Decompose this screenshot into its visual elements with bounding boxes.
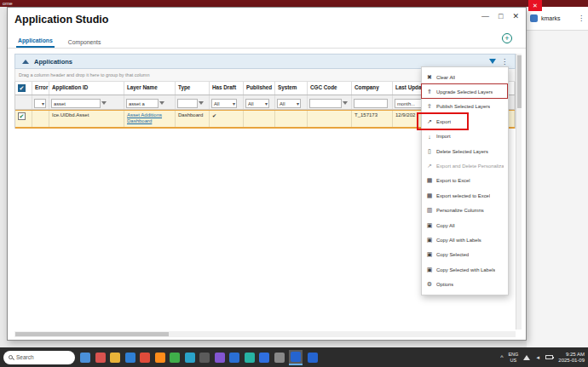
menu-item-clear-all[interactable]: ✖Clear All xyxy=(422,70,508,84)
taskbar-app-icon[interactable] xyxy=(125,353,135,363)
header-company[interactable]: Company xyxy=(352,82,393,95)
application-id-filter-input[interactable]: asset xyxy=(51,99,101,108)
network-icon[interactable] xyxy=(523,355,530,360)
vertical-scrollbar[interactable] xyxy=(516,54,522,330)
system-filter-dropdown[interactable]: All xyxy=(277,99,301,108)
menu-item-copy-selected-with-labels[interactable]: ▣Copy Selected with Labels xyxy=(422,262,508,277)
browser-close-button[interactable]: ✕ xyxy=(528,0,542,11)
taskbar-app-icon[interactable] xyxy=(170,353,180,363)
menu-item-publish-selected-layers[interactable]: ⇧Publish Selected Layers xyxy=(422,100,508,114)
collapse-chevron-icon[interactable] xyxy=(22,60,29,64)
has-draft-filter-dropdown[interactable]: All xyxy=(211,99,237,108)
filter-icon[interactable] xyxy=(489,59,496,64)
menu-item-copy-selected[interactable]: ▣Copy Selected xyxy=(422,248,508,262)
taskbar-search[interactable]: Search xyxy=(3,351,75,364)
horizontal-scrollbar-thumb[interactable] xyxy=(15,332,169,336)
copy-icon: ▣ xyxy=(426,267,433,273)
taskbar-app-icon[interactable] xyxy=(185,353,195,363)
cgc-code-filter-input[interactable] xyxy=(309,99,342,108)
taskbar-app-icon[interactable] xyxy=(308,353,318,363)
filter-layer-name: asset a xyxy=(124,95,176,109)
row-has-draft-cell: ✔ xyxy=(210,111,244,127)
taskbar-app-icon[interactable] xyxy=(215,353,225,363)
taskbar-app-icon[interactable] xyxy=(245,353,255,363)
row-company-cell: T_157173 xyxy=(352,111,393,127)
taskbar-app-icon[interactable] xyxy=(199,353,210,363)
menu-item-export-and-delete-personalization[interactable]: ↗Export and Delete Personalization xyxy=(422,158,508,173)
window-close-button[interactable]: ✕ xyxy=(512,12,519,20)
select-all-checkbox[interactable]: ✔ xyxy=(18,84,26,92)
taskbar: Search ^ ENG US ◄ xyxy=(0,347,588,367)
copy-icon: ▣ xyxy=(426,251,433,258)
header-application-id[interactable]: Application ID xyxy=(49,82,124,95)
taskbar-app-icon[interactable] xyxy=(80,353,90,363)
browser-menu-icon[interactable] xyxy=(578,14,585,22)
menu-item-copy-all[interactable]: ▣Copy All xyxy=(422,218,508,232)
browser-tab-title[interactable]: ome xyxy=(3,1,13,6)
filter-icon[interactable] xyxy=(101,101,107,105)
menu-item-export-selected-to-excel[interactable]: ▦Export selected to Excel xyxy=(422,188,508,203)
search-icon xyxy=(9,355,13,359)
taskbar-active-app[interactable] xyxy=(289,350,303,365)
header-system[interactable]: System xyxy=(275,82,308,95)
header-has-draft[interactable]: Has Draft xyxy=(210,82,244,95)
taskbar-app-icon[interactable] xyxy=(229,353,239,363)
grid-menu-icon[interactable] xyxy=(501,58,508,66)
export-delete-icon: ↗ xyxy=(426,163,433,169)
add-button[interactable]: + xyxy=(502,33,512,43)
taskbar-app-icon[interactable] xyxy=(155,353,165,363)
taskbar-app-icon[interactable] xyxy=(274,353,285,363)
layer-name-filter-input[interactable]: asset a xyxy=(126,99,159,108)
taskbar-app-icon[interactable] xyxy=(140,353,150,363)
menu-item-personalize-columns[interactable]: ▥Personalize Columns xyxy=(422,204,508,218)
company-filter-input[interactable] xyxy=(354,99,388,108)
bookmarks-label[interactable]: kmarks xyxy=(541,15,561,21)
maximize-button[interactable]: □ xyxy=(499,12,503,20)
row-application-id-cell: Ice.UIDbd.Asset xyxy=(49,111,124,127)
menu-item-copy-all-with-labels[interactable]: ▣Copy All with Labels xyxy=(422,232,508,247)
row-checkbox[interactable]: ✔ xyxy=(18,112,26,120)
taskbar-app-icon[interactable] xyxy=(95,353,106,363)
filter-application-id: asset xyxy=(49,95,124,109)
close-icon: ✕ xyxy=(533,3,538,9)
menu-item-export-to-excel[interactable]: ▦Export to Excel xyxy=(422,174,508,188)
row-cgc-code-cell xyxy=(308,111,352,127)
header-type[interactable]: Type xyxy=(176,82,210,95)
taskbar-app-icon[interactable] xyxy=(110,353,120,363)
trash-icon: ▯ xyxy=(426,148,433,155)
layer-name-link[interactable]: Asset Additions Dashboard xyxy=(127,112,175,124)
language-indicator[interactable]: ENG US xyxy=(508,352,518,363)
excel-icon: ▦ xyxy=(426,192,433,199)
upgrade-icon: ⇑ xyxy=(426,89,433,95)
header-cgc-code[interactable]: CGC Code xyxy=(308,82,352,95)
vertical-scrollbar-thumb[interactable] xyxy=(517,55,522,108)
filter-icon[interactable] xyxy=(159,101,164,105)
tab-applications[interactable]: Applications xyxy=(16,35,55,48)
type-filter-input[interactable] xyxy=(177,99,198,108)
profile-icon[interactable] xyxy=(530,14,538,22)
filter-icon[interactable] xyxy=(199,101,204,105)
menu-item-delete-selected-layers[interactable]: ▯Delete Selected Layers xyxy=(422,144,508,158)
browser-tab-bar: ome xyxy=(0,0,588,7)
menu-item-upgrade-selected-layers[interactable]: ⇑Upgrade Selected Layers xyxy=(422,84,508,99)
filter-icon[interactable] xyxy=(343,101,348,105)
header-published[interactable]: Published xyxy=(244,82,275,95)
published-filter-dropdown[interactable]: All xyxy=(245,99,269,108)
menu-item-export[interactable]: ↗Export xyxy=(422,114,508,129)
minimize-button[interactable]: — xyxy=(481,12,489,20)
search-placeholder: Search xyxy=(16,354,34,360)
taskbar-app-icon[interactable] xyxy=(259,353,269,363)
taskbar-app-icon[interactable] xyxy=(291,352,301,362)
header-select[interactable]: ✔ xyxy=(15,82,32,95)
volume-icon[interactable]: ◄ xyxy=(535,355,540,360)
menu-item-options[interactable]: ⚙Options xyxy=(422,277,508,291)
menu-item-import[interactable]: ↓Import xyxy=(422,129,508,144)
battery-icon[interactable] xyxy=(545,355,553,359)
error-filter-dropdown[interactable] xyxy=(34,99,46,108)
taskbar-clock[interactable]: 9:25 AM 2025-01-09 xyxy=(558,352,585,364)
header-layer-name[interactable]: Layer Name xyxy=(124,82,176,95)
horizontal-scrollbar[interactable] xyxy=(14,331,516,337)
tab-components[interactable]: Components xyxy=(66,37,103,48)
tray-expand-icon[interactable]: ^ xyxy=(500,354,503,360)
header-error[interactable]: Error xyxy=(32,82,49,95)
